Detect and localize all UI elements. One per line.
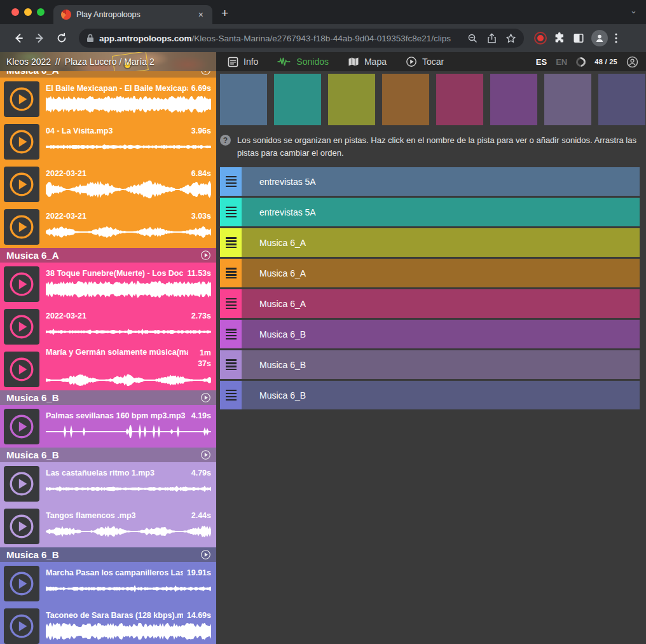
clip-waveform[interactable]: [46, 370, 211, 390]
clip-play-button[interactable]: [4, 509, 39, 544]
track-name-button[interactable]: Musica 6_A: [242, 228, 640, 257]
profile-avatar[interactable]: [591, 30, 608, 46]
forward-button[interactable]: [31, 29, 50, 48]
bookmark-star-icon[interactable]: [505, 33, 516, 44]
extensions-puzzle-icon[interactable]: [553, 32, 566, 45]
clip-name: Marcha Pasan los campanilleros Las Mejor…: [46, 568, 183, 577]
track-drag-handle[interactable]: [220, 381, 242, 409]
clip-duration: 2.44s: [191, 511, 211, 520]
back-button[interactable]: [9, 29, 28, 48]
track-drag-handle[interactable]: [220, 198, 242, 226]
track-name-button[interactable]: entrevistas 5A: [242, 167, 640, 196]
track-color-swatch[interactable]: [436, 74, 483, 125]
track-row: Musica 6_B: [220, 381, 640, 409]
track-color-swatch[interactable]: [382, 74, 429, 125]
clip-play-button[interactable]: [4, 209, 39, 245]
track-color-swatch[interactable]: [220, 74, 267, 125]
track-name: Musica 6_A: [259, 268, 306, 278]
section-name: Musica 6_B: [6, 449, 200, 460]
record-extension-icon[interactable]: [534, 32, 547, 45]
clip-name: Tangos flamencos .mp3: [46, 511, 188, 520]
section-header[interactable]: Musica 6_B: [0, 547, 216, 562]
track-drag-handle[interactable]: [220, 259, 242, 287]
clip-play-button[interactable]: [4, 566, 39, 601]
share-icon[interactable]: [487, 33, 497, 44]
track-color-swatch[interactable]: [598, 74, 645, 125]
side-panel-icon[interactable]: [572, 32, 585, 45]
clip-waveform[interactable]: [46, 579, 211, 599]
tab-search-chevron-icon[interactable]: ⌄: [630, 6, 637, 15]
clip-play-button[interactable]: [4, 81, 39, 117]
menu-kebab-icon[interactable]: [614, 32, 618, 45]
track-drag-handle[interactable]: [220, 289, 242, 318]
reload-button[interactable]: [52, 29, 71, 48]
clip-play-button[interactable]: [4, 352, 39, 387]
track-drag-handle[interactable]: [220, 228, 242, 257]
track-color-swatch[interactable]: [274, 74, 321, 125]
tab-close-icon[interactable]: ×: [196, 9, 206, 20]
zoom-window-button[interactable]: [37, 8, 45, 16]
clip-waveform[interactable]: [46, 137, 211, 157]
track-drag-handle[interactable]: [220, 320, 242, 348]
clip-duration: 11.53s: [187, 269, 211, 278]
clip-waveform[interactable]: [46, 521, 211, 542]
window-traffic-lights[interactable]: [0, 0, 53, 24]
clip-body: 38 Toque Funebre(Muerte) - Los Doce Par.…: [46, 269, 211, 299]
clip-waveform[interactable]: [46, 621, 211, 641]
new-tab-button[interactable]: +: [212, 6, 237, 24]
waveform-icon: [277, 57, 291, 67]
close-window-button[interactable]: [11, 8, 19, 16]
clip-body: Marcha Pasan los campanilleros Las Mejor…: [46, 568, 211, 599]
clip-waveform[interactable]: [46, 479, 211, 499]
nav-item-sonidos[interactable]: Sonidos: [277, 57, 329, 67]
section-name: Musica 6_A: [6, 71, 200, 76]
clip-waveform[interactable]: [46, 179, 211, 200]
track-name-button[interactable]: Musica 6_B: [242, 320, 640, 348]
section-header[interactable]: Musica 6_A: [0, 71, 216, 78]
track-name-button[interactable]: Musica 6_A: [242, 259, 640, 287]
clip-item: 04 - La Visita.mp3 3.96s: [0, 120, 216, 163]
track-name: entrevistas 5A: [259, 207, 316, 217]
section-header[interactable]: Musica 6_B: [0, 448, 216, 462]
clip-waveform[interactable]: [46, 279, 211, 299]
clip-play-button[interactable]: [4, 167, 39, 202]
clip-name: 2022-03-21: [46, 169, 188, 178]
clip-play-button[interactable]: [4, 409, 39, 444]
clip-play-button[interactable]: [4, 608, 39, 644]
address-bar[interactable]: app.antropoloops.com/Kleos-Santa-Marina/…: [79, 29, 524, 48]
track-color-swatch[interactable]: [328, 74, 375, 125]
track-name-button[interactable]: entrevistas 5A: [242, 198, 640, 226]
clip-play-button[interactable]: [4, 309, 39, 345]
nav-item-tocar[interactable]: Tocar: [406, 56, 444, 67]
zoom-icon[interactable]: [467, 33, 478, 44]
clip-play-button[interactable]: [4, 266, 39, 302]
track-name-button[interactable]: Musica 6_B: [242, 381, 640, 409]
section-header[interactable]: Musica 6_A: [0, 248, 216, 263]
track-name-button[interactable]: Musica 6_A: [242, 289, 640, 318]
nav-item-mapa[interactable]: Mapa: [348, 57, 387, 67]
breadcrumb[interactable]: Kleos 2022 // Plaza Lucero / María 2: [0, 52, 216, 71]
clip-duration: 4.19s: [191, 411, 211, 420]
lang-en-button[interactable]: EN: [556, 57, 567, 67]
track-drag-handle[interactable]: [220, 167, 242, 196]
track-drag-handle[interactable]: [220, 350, 242, 379]
track-color-swatch[interactable]: [544, 74, 591, 125]
clip-waveform[interactable]: [46, 222, 211, 242]
track-row: Musica 6_A: [220, 289, 640, 318]
account-icon[interactable]: [626, 56, 638, 68]
lang-es-button[interactable]: ES: [536, 57, 547, 67]
clip-play-button[interactable]: [4, 124, 39, 160]
track-row: Musica 6_A: [220, 228, 640, 257]
clip-play-button[interactable]: [4, 466, 39, 502]
clip-waveform[interactable]: [46, 94, 211, 114]
track-color-swatch[interactable]: [490, 74, 537, 125]
clip-waveform[interactable]: [46, 421, 211, 442]
project-name[interactable]: Kleos 2022: [6, 57, 51, 67]
minimize-window-button[interactable]: [24, 8, 32, 16]
nav-item-info[interactable]: Info: [228, 57, 258, 67]
track-name-button[interactable]: Musica 6_B: [242, 350, 640, 379]
track-name: entrevistas 5A: [259, 177, 316, 187]
browser-tab[interactable]: Play Antropoloops ×: [53, 5, 212, 24]
clip-waveform[interactable]: [46, 322, 211, 342]
section-header[interactable]: Musica 6_B: [0, 390, 216, 405]
